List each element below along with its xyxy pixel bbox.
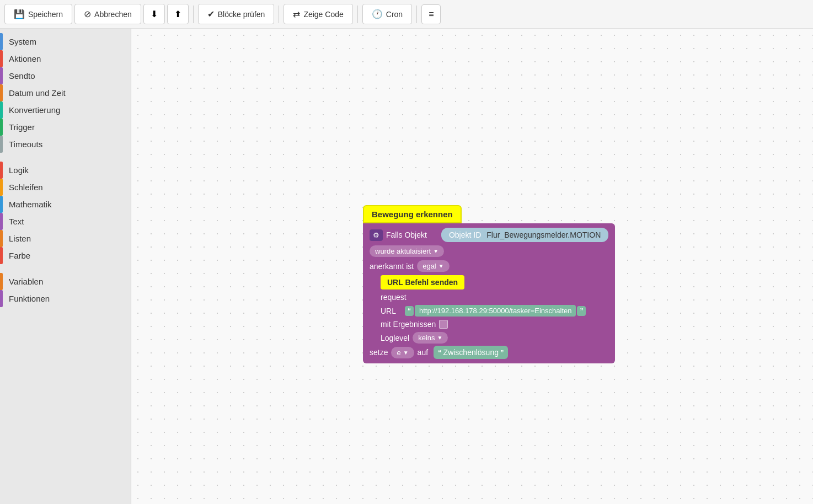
sidebar-item-mathematik[interactable]: Mathematik	[0, 196, 131, 213]
sidebar-item-timeouts[interactable]: Timeouts	[0, 136, 131, 153]
url-befehl-header[interactable]: URL Befehl senden	[381, 275, 464, 289]
save-button[interactable]: 💾 Speichern	[4, 4, 72, 24]
sidebar-group-top: System Aktionen Sendto Datum und Zeit Ko…	[0, 33, 131, 153]
url-befehl-text: URL Befehl senden	[387, 278, 458, 287]
sidebar-group-logic: Logik Schleifen Mathematik Text Listen F…	[0, 162, 131, 264]
sidebar-item-logik[interactable]: Logik	[0, 162, 131, 179]
block-purple-main[interactable]: ⚙ Falls Objekt Objekt ID Flur_Bewegungsm…	[363, 223, 615, 363]
wurde-aktualisiert-text: wurde aktulaisiert	[375, 247, 431, 255]
sidebar-label-system: System	[9, 37, 36, 46]
block-canvas[interactable]: Bewegung erkennen ⚙ Falls Objekt Objekt …	[131, 29, 813, 504]
var-e-dropdown[interactable]: e ▼	[391, 347, 414, 358]
toolbar-separator-3	[357, 6, 358, 23]
mit-ergebnissen-checkbox[interactable]	[439, 320, 448, 329]
save-label: Speichern	[28, 10, 63, 19]
auf-label: auf	[418, 348, 428, 357]
sidebar-color-bar	[0, 196, 3, 213]
sidebar-item-trigger[interactable]: Trigger	[0, 119, 131, 136]
show-code-button[interactable]: ⇄ Zeige Code	[284, 4, 352, 24]
block-row-request: request	[381, 293, 608, 302]
check-blocks-button[interactable]: ✔ Blöcke prüfen	[198, 4, 275, 24]
cron-icon: 🕐	[372, 9, 383, 19]
sidebar-item-funktionen[interactable]: Funktionen	[0, 290, 131, 307]
sidebar-color-bar	[0, 67, 3, 84]
sidebar-label-variablen: Variablen	[9, 277, 43, 286]
toolbar: 💾 Speichern ⊘ Abbrechen ⬇ ⬆ ✔ Blöcke prü…	[0, 0, 813, 29]
var-e-text: e	[397, 348, 400, 357]
sidebar-item-sendto[interactable]: Sendto	[0, 67, 131, 84]
setze-label: setze	[370, 348, 388, 357]
show-code-label: Zeige Code	[303, 10, 343, 19]
block-row-loglevel: Loglevel keins ▼	[381, 332, 608, 344]
request-label: request	[381, 293, 406, 302]
block-row-setze: setze e ▼ auf “ Zwischenlösung ”	[370, 346, 608, 359]
sidebar-group-bottom: Variablen Funktionen	[0, 273, 131, 307]
block-row-anerkannt: anerkannt ist egal ▼	[370, 260, 608, 272]
url-close-quote: ”	[577, 306, 586, 316]
falls-objekt-text: Falls Objekt	[386, 230, 427, 239]
sidebar-label-aktionen: Aktionen	[9, 54, 41, 63]
sidebar-item-system[interactable]: System	[0, 33, 131, 50]
block-row-url: URL “ http://192.168.178.29:50000/tasker…	[381, 305, 608, 317]
loglevel-label: Loglevel	[381, 334, 409, 342]
toolbar-separator-1	[193, 6, 194, 23]
sidebar-color-bar	[0, 119, 3, 136]
sidebar-label-funktionen: Funktionen	[9, 294, 50, 303]
block-row-wurde-aktualisiert: wurde aktulaisiert ▼	[370, 245, 608, 257]
motion-header-text: Bewegung erkennen	[372, 210, 453, 219]
upload-button[interactable]: ⬆	[167, 4, 189, 24]
gear-icon[interactable]: ⚙	[370, 229, 383, 241]
sidebar-item-datum-und-zeit[interactable]: Datum und Zeit	[0, 84, 131, 101]
loglevel-value: keins	[418, 334, 435, 342]
code-icon: ⇄	[293, 9, 300, 19]
zwischenloesung-close-quote: ”	[500, 348, 504, 357]
inner-url-block: URL Befehl senden request URL “ http://1…	[381, 275, 608, 344]
url-open-quote: “	[405, 306, 414, 316]
cron-button[interactable]: 🕐 Cron	[362, 4, 412, 24]
download-icon: ⬇	[151, 9, 158, 19]
toolbar-separator-2	[279, 6, 279, 23]
objekt-id-connector[interactable]: Objekt ID Flur_Bewegungsmelder.MOTION	[441, 228, 608, 242]
sidebar-label-logik: Logik	[9, 165, 29, 175]
sidebar-item-farbe[interactable]: Farbe	[0, 247, 131, 264]
sidebar-color-bar	[0, 213, 3, 230]
sidebar: System Aktionen Sendto Datum und Zeit Ko…	[0, 29, 131, 504]
objekt-id-value: Flur_Bewegungsmelder.MOTION	[486, 230, 601, 239]
block-group-motion: Bewegung erkennen ⚙ Falls Objekt Objekt …	[363, 205, 615, 363]
sidebar-color-bar	[0, 179, 3, 196]
egal-dropdown[interactable]: egal ▼	[417, 260, 449, 272]
sidebar-label-listen: Listen	[9, 234, 31, 243]
sidebar-label-sendto: Sendto	[9, 71, 35, 81]
sidebar-color-bar	[0, 290, 3, 307]
sidebar-item-text[interactable]: Text	[0, 213, 131, 230]
sidebar-color-bar	[0, 50, 3, 67]
block-row-mit-ergebnissen: mit Ergebnissen	[381, 320, 608, 329]
sidebar-divider-2	[0, 266, 131, 273]
cancel-label: Abbrechen	[94, 10, 132, 19]
zwischenloesung-block[interactable]: “ Zwischenlösung ”	[434, 346, 508, 359]
sidebar-item-konvertierung[interactable]: Konvertierung	[0, 101, 131, 119]
sidebar-item-aktionen[interactable]: Aktionen	[0, 50, 131, 67]
sidebar-item-schleifen[interactable]: Schleifen	[0, 179, 131, 196]
sidebar-item-listen[interactable]: Listen	[0, 230, 131, 247]
download-button[interactable]: ⬇	[143, 4, 165, 24]
sidebar-color-bar	[0, 247, 3, 264]
sidebar-color-bar	[0, 84, 3, 101]
main-layout: System Aktionen Sendto Datum und Zeit Ko…	[0, 29, 813, 504]
sidebar-label-schleifen: Schleifen	[9, 183, 43, 192]
save-icon: 💾	[14, 9, 25, 19]
sidebar-color-bar	[0, 273, 3, 290]
loglevel-arrow: ▼	[437, 335, 443, 341]
cancel-button[interactable]: ⊘ Abbrechen	[74, 4, 141, 24]
sidebar-label-farbe: Farbe	[9, 251, 30, 260]
wurde-aktualisiert-dropdown[interactable]: wurde aktulaisiert ▼	[370, 245, 444, 257]
sidebar-item-variablen[interactable]: Variablen	[0, 273, 131, 290]
var-e-arrow: ▼	[403, 350, 409, 356]
loglevel-dropdown[interactable]: keins ▼	[413, 332, 448, 344]
block-motion-header[interactable]: Bewegung erkennen	[363, 205, 462, 223]
menu-button[interactable]: ≡	[421, 4, 441, 24]
url-value[interactable]: http://192.168.178.29:50000/tasker=Einsc…	[415, 305, 576, 317]
block-row-falls-objekt: ⚙ Falls Objekt Objekt ID Flur_Bewegungsm…	[370, 228, 608, 242]
zwischenloesung-text: Zwischenlösung	[443, 348, 499, 357]
check-label: Blöcke prüfen	[218, 10, 265, 19]
